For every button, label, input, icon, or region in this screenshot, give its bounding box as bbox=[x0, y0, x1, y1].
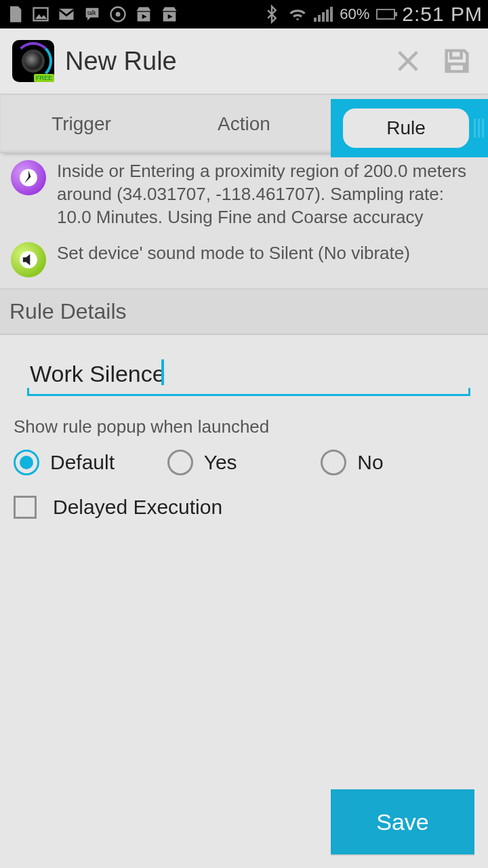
play-store-icon-2 bbox=[160, 5, 179, 24]
wifi-icon bbox=[288, 5, 307, 24]
app-icon: FREE bbox=[12, 40, 54, 82]
battery-percent: 60% bbox=[340, 5, 369, 23]
save-button-label: Save bbox=[376, 809, 429, 835]
drag-handle-icon bbox=[474, 119, 484, 138]
action-bar: FREE New Rule bbox=[0, 28, 488, 95]
radio-label: No bbox=[357, 451, 383, 474]
radio-option-default[interactable]: Default bbox=[14, 450, 167, 475]
tab-action[interactable]: Action bbox=[163, 95, 325, 153]
save-icon-button[interactable] bbox=[438, 42, 476, 80]
popup-radio-group: Default Yes No bbox=[14, 450, 474, 475]
status-bar: talk 60% 2:51 PM bbox=[0, 0, 488, 28]
play-store-icon bbox=[134, 5, 153, 24]
radio-icon bbox=[321, 450, 346, 475]
bluetooth-icon bbox=[262, 5, 281, 24]
disc-icon bbox=[108, 5, 127, 24]
rule-name-input[interactable] bbox=[27, 357, 461, 394]
radio-option-yes[interactable]: Yes bbox=[167, 450, 321, 475]
close-icon bbox=[393, 46, 423, 76]
radio-icon bbox=[167, 450, 193, 475]
tab-label: Rule bbox=[386, 117, 426, 139]
tab-rule[interactable]: Rule bbox=[325, 95, 488, 153]
svg-point-4 bbox=[116, 12, 121, 17]
save-button[interactable]: Save bbox=[331, 789, 474, 854]
save-icon bbox=[442, 46, 472, 76]
trigger-summary-row[interactable]: Inside or Entering a proximity region of… bbox=[0, 153, 488, 235]
radio-label: Yes bbox=[204, 451, 237, 474]
tab-trigger[interactable]: Trigger bbox=[0, 95, 163, 153]
location-pin-icon bbox=[11, 160, 46, 195]
image-icon bbox=[31, 5, 50, 24]
checkbox-icon bbox=[14, 496, 37, 519]
signal-icon bbox=[314, 7, 333, 22]
tab-bar: Trigger Action Rule bbox=[0, 95, 488, 153]
popup-label: Show rule popup when launched bbox=[14, 416, 474, 437]
radio-icon bbox=[14, 450, 39, 475]
talk-icon: talk bbox=[83, 5, 102, 24]
radio-option-no[interactable]: No bbox=[321, 450, 474, 475]
form-content: Show rule popup when launched Default Ye… bbox=[0, 335, 488, 868]
text-cursor bbox=[161, 359, 164, 385]
battery-icon bbox=[376, 9, 395, 20]
action-summary-row[interactable]: Set device' sound mode to Silent (No vib… bbox=[0, 235, 488, 284]
action-summary-text: Set device' sound mode to Silent (No vib… bbox=[57, 242, 410, 265]
speaker-icon bbox=[11, 242, 46, 277]
svg-text:talk: talk bbox=[87, 10, 97, 16]
tab-label: Action bbox=[218, 113, 270, 135]
delayed-execution-row[interactable]: Delayed Execution bbox=[14, 496, 474, 519]
trigger-summary-text: Inside or Entering a proximity region of… bbox=[57, 160, 477, 229]
rule-summary: Inside or Entering a proximity region of… bbox=[0, 153, 488, 290]
clock: 2:51 PM bbox=[402, 3, 483, 26]
sdcard-icon bbox=[5, 5, 24, 24]
tab-label: Trigger bbox=[52, 113, 111, 135]
page-title: New Rule bbox=[65, 47, 378, 76]
checkbox-label: Delayed Execution bbox=[53, 496, 222, 519]
mail-icon bbox=[57, 5, 76, 24]
rule-name-field[interactable] bbox=[27, 357, 470, 396]
cancel-button[interactable] bbox=[389, 42, 427, 80]
section-header-rule-details: Rule Details bbox=[0, 290, 488, 335]
radio-label: Default bbox=[50, 451, 115, 474]
